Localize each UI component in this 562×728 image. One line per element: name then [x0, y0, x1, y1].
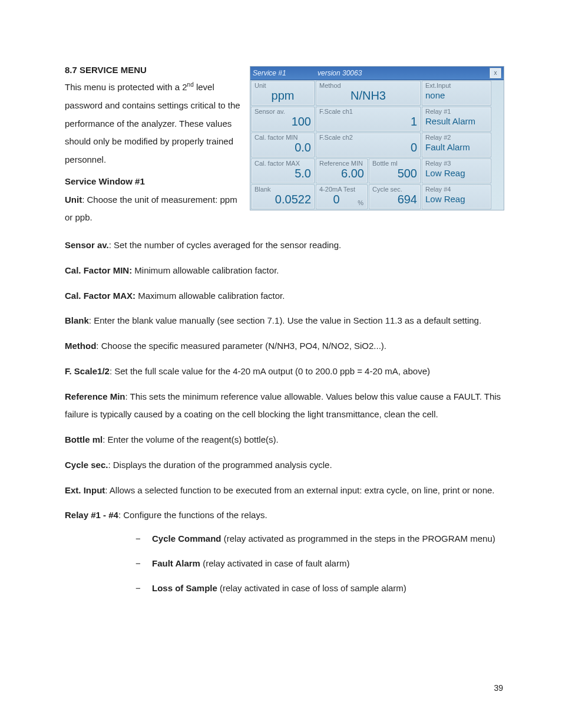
- def-ext-input: Ext. Input: Allows a selected function t…: [65, 482, 503, 500]
- dash-icon: −: [135, 556, 152, 571]
- cell-blank[interactable]: Blank 0.0522: [251, 185, 315, 209]
- cell-cal-factor-max[interactable]: Cal. factor MAX 5.0: [251, 159, 315, 183]
- page-number: 39: [494, 683, 503, 693]
- def-bottle-ml: Bottle ml: Enter the volume of the reage…: [65, 431, 503, 449]
- dash-icon: −: [135, 532, 152, 546]
- def-reference-min: Reference Min: This sets the minimum ref…: [65, 388, 503, 424]
- window-titlebar: Service #1 version 30063 x: [250, 67, 504, 80]
- cell-relay-1[interactable]: Relay #1 Result Alarm: [422, 107, 491, 131]
- list-item: − Cycle Command (relay activated as prog…: [135, 532, 503, 546]
- def-blank: Blank: Enter the blank value manually (s…: [65, 312, 503, 330]
- cell-unit[interactable]: Unit ppm: [251, 81, 315, 106]
- cell-fscale-ch1[interactable]: F.Scale ch1 1: [316, 107, 421, 131]
- dash-icon: −: [135, 581, 152, 595]
- cell-reference-min[interactable]: Reference MIN 6.00: [316, 159, 368, 183]
- close-icon[interactable]: x: [490, 68, 501, 78]
- list-item: − Fault Alarm (relay activated in case o…: [135, 556, 503, 571]
- def-method: Method: Choose the specific measured par…: [65, 337, 503, 355]
- def-sensor-av: Sensor av.: Set the number of cycles ave…: [65, 236, 503, 255]
- cell-fscale-ch2[interactable]: F.Scale ch2 0: [316, 133, 421, 157]
- cell-420ma-test[interactable]: 4-20mA Test 0 %: [316, 185, 368, 209]
- percent-icon: %: [358, 199, 363, 206]
- cell-relay-2[interactable]: Relay #2 Fault Alarm: [422, 133, 491, 157]
- cell-relay-4[interactable]: Relay #4 Low Reag: [422, 185, 491, 209]
- cell-cycle-sec[interactable]: Cycle sec. 694: [369, 185, 421, 209]
- window-title: Service #1: [253, 69, 318, 77]
- def-cal-factor-min: Cal. Factor MIN: Minimum allowable calib…: [65, 262, 503, 280]
- def-fscale: F. Scale1/2: Set the full scale value fo…: [65, 363, 503, 381]
- cell-method[interactable]: Method N/NH3: [316, 81, 421, 106]
- list-item: − Loss of Sample (relay activated in cas…: [135, 581, 503, 595]
- cell-sensor-av[interactable]: Sensor av. 100: [251, 107, 315, 131]
- def-relay: Relay #1 - #4: Configure the functions o…: [65, 506, 503, 525]
- window-version: version 30063: [318, 69, 490, 77]
- service-window-screenshot: Service #1 version 30063 x Unit ppm Meth…: [250, 66, 503, 210]
- cell-bottle-ml[interactable]: Bottle ml 500: [369, 159, 421, 183]
- relay-functions-list: − Cycle Command (relay activated as prog…: [135, 532, 503, 595]
- def-cycle-sec: Cycle sec.: Displays the duration of the…: [65, 456, 503, 475]
- cell-relay-3[interactable]: Relay #3 Low Reag: [422, 159, 491, 183]
- cell-ext-input[interactable]: Ext.Input none: [422, 81, 491, 106]
- def-cal-factor-max: Cal. Factor MAX: Maximum allowable calib…: [65, 287, 503, 305]
- cell-cal-factor-min[interactable]: Cal. factor MIN 0.0: [251, 133, 315, 157]
